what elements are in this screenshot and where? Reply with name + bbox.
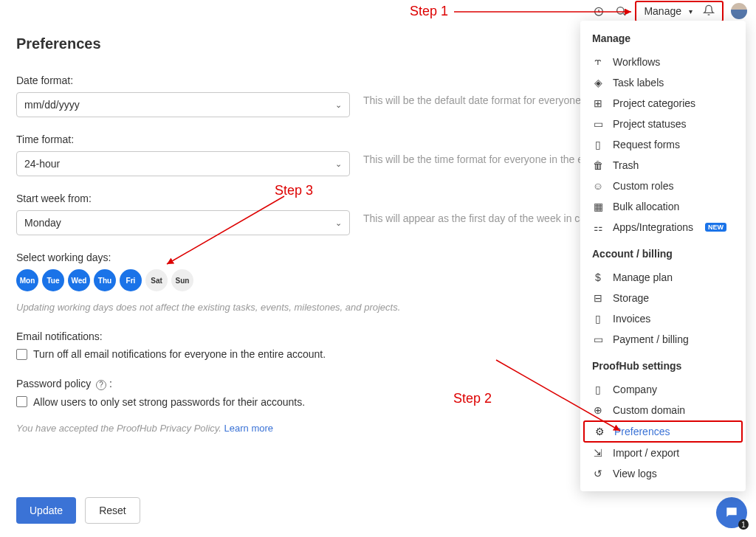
person-icon: ☺ bbox=[592, 180, 604, 192]
menu-item-label: Payment / billing bbox=[613, 333, 689, 345]
clipboard-icon: ▯ bbox=[592, 139, 604, 150]
bell-icon[interactable] bbox=[703, 4, 715, 18]
manage-label: Manage bbox=[644, 5, 681, 17]
menu-item-storage[interactable]: ⊟Storage bbox=[580, 288, 746, 308]
timer-icon[interactable] bbox=[592, 4, 605, 18]
new-badge: NEW bbox=[705, 223, 726, 232]
menu-item-project-categories[interactable]: ⊞Project categories bbox=[580, 93, 746, 114]
menu-item-apps-integrations[interactable]: ⚏Apps/IntegrationsNEW bbox=[580, 217, 746, 238]
day-toggle-thu[interactable]: Thu bbox=[94, 269, 116, 291]
reset-button[interactable]: Reset bbox=[85, 497, 140, 524]
day-toggle-mon[interactable]: Mon bbox=[16, 269, 38, 291]
grid-icon: ⊞ bbox=[592, 97, 604, 109]
card-icon: ▭ bbox=[592, 333, 604, 345]
start-week-label: Start week from: bbox=[16, 193, 350, 204]
email-off-text: Turn off all email notifications for eve… bbox=[33, 348, 326, 360]
menu-item-company[interactable]: ▯Company bbox=[580, 379, 746, 400]
menu-item-label: Trash bbox=[613, 159, 639, 171]
chevron-down-icon: ⌄ bbox=[335, 100, 342, 110]
menu-item-label: Custom roles bbox=[613, 180, 673, 192]
topbar: Manage ▾ bbox=[0, 0, 756, 22]
trash-icon: 🗑 bbox=[592, 159, 604, 171]
menu-item-label: Workflows bbox=[613, 56, 660, 68]
day-toggle-fri[interactable]: Fri bbox=[120, 269, 142, 291]
strong-password-checkbox[interactable] bbox=[16, 396, 27, 407]
day-toggle-sun[interactable]: Sun bbox=[171, 269, 193, 291]
gear-icon: ⚙ bbox=[594, 426, 605, 437]
manage-menu: Manage⥾Workflows◈Task labels⊞Project cat… bbox=[580, 21, 746, 491]
email-off-checkbox[interactable] bbox=[16, 349, 27, 360]
chat-fab[interactable] bbox=[716, 497, 747, 528]
time-format-value: 24-hour bbox=[24, 158, 60, 170]
chevron-down-icon: ⌄ bbox=[335, 218, 342, 228]
menu-item-label: Project statuses bbox=[613, 118, 687, 130]
day-toggle-sat[interactable]: Sat bbox=[145, 269, 168, 291]
menu-item-label: Import / export bbox=[613, 447, 679, 459]
menu-item-label: Apps/Integrations bbox=[613, 221, 693, 233]
menu-item-view-logs[interactable]: ↺View logs bbox=[580, 463, 746, 484]
building-icon: ▯ bbox=[592, 384, 604, 395]
import-icon: ⇲ bbox=[592, 447, 604, 459]
apps-icon: ⚏ bbox=[592, 221, 604, 233]
help-icon[interactable]: ? bbox=[96, 380, 106, 390]
chevron-down-icon: ⌄ bbox=[335, 159, 342, 169]
menu-item-label: Preferences bbox=[614, 426, 670, 437]
storage-icon: ⊟ bbox=[592, 292, 604, 304]
dollar-icon: $ bbox=[592, 271, 604, 283]
folder-icon: ▭ bbox=[592, 118, 604, 130]
menu-item-label: Company bbox=[613, 384, 657, 395]
search-icon[interactable] bbox=[614, 4, 628, 18]
day-toggle-wed[interactable]: Wed bbox=[68, 269, 90, 291]
calendar-icon: ▦ bbox=[592, 201, 604, 212]
invoice-icon: ▯ bbox=[592, 313, 604, 325]
menu-item-label: Manage plan bbox=[613, 271, 673, 283]
tag-icon: ◈ bbox=[592, 77, 604, 89]
menu-item-label: Storage bbox=[613, 292, 649, 304]
menu-item-label: Project categories bbox=[613, 97, 695, 109]
menu-item-project-statuses[interactable]: ▭Project statuses bbox=[580, 114, 746, 134]
menu-item-trash[interactable]: 🗑Trash bbox=[580, 155, 746, 176]
menu-item-label: Bulk allocation bbox=[613, 201, 679, 212]
update-button[interactable]: Update bbox=[16, 497, 76, 524]
menu-item-request-forms[interactable]: ▯Request forms bbox=[580, 134, 746, 155]
menu-item-label: View logs bbox=[613, 468, 657, 479]
svg-point-1 bbox=[617, 7, 624, 14]
menu-item-preferences[interactable]: ⚙Preferences bbox=[583, 420, 743, 443]
menu-item-workflows[interactable]: ⥾Workflows bbox=[580, 52, 746, 72]
day-toggle-tue[interactable]: Tue bbox=[42, 269, 64, 291]
workflow-icon: ⥾ bbox=[592, 56, 604, 68]
menu-item-bulk-allocation[interactable]: ▦Bulk allocation bbox=[580, 196, 746, 217]
menu-item-task-labels[interactable]: ◈Task labels bbox=[580, 72, 746, 93]
menu-item-invoices[interactable]: ▯Invoices bbox=[580, 308, 746, 329]
menu-item-label: Custom domain bbox=[613, 404, 685, 416]
manage-dropdown-button[interactable]: Manage ▾ bbox=[635, 1, 724, 22]
menu-item-label: Request forms bbox=[613, 139, 680, 150]
menu-item-custom-domain[interactable]: ⊕Custom domain bbox=[580, 400, 746, 420]
menu-item-label: Task labels bbox=[613, 77, 664, 89]
date-format-value: mm/dd/yyyy bbox=[24, 99, 80, 111]
start-week-value: Monday bbox=[24, 217, 61, 229]
menu-header: ProofHub settings bbox=[580, 358, 746, 379]
date-format-label: Date format: bbox=[16, 75, 350, 86]
time-format-label: Time format: bbox=[16, 134, 350, 145]
date-format-select[interactable]: mm/dd/yyyy ⌄ bbox=[16, 92, 350, 117]
menu-item-import-export[interactable]: ⇲Import / export bbox=[580, 443, 746, 463]
menu-item-payment-billing[interactable]: ▭Payment / billing bbox=[580, 329, 746, 350]
strong-password-text: Allow users to only set strong passwords… bbox=[33, 396, 305, 408]
time-format-select[interactable]: 24-hour ⌄ bbox=[16, 151, 350, 176]
menu-item-label: Invoices bbox=[613, 313, 650, 325]
menu-header: Account / billing bbox=[580, 246, 746, 267]
learn-more-link[interactable]: Learn more bbox=[224, 423, 273, 434]
menu-item-manage-plan[interactable]: $Manage plan bbox=[580, 267, 746, 288]
globe-icon: ⊕ bbox=[592, 404, 604, 416]
menu-item-custom-roles[interactable]: ☺Custom roles bbox=[580, 176, 746, 196]
start-week-select[interactable]: Monday ⌄ bbox=[16, 210, 350, 235]
menu-header: Manage bbox=[580, 31, 746, 52]
chevron-down-icon: ▾ bbox=[689, 7, 693, 15]
avatar[interactable] bbox=[731, 3, 747, 19]
history-icon: ↺ bbox=[592, 468, 604, 479]
